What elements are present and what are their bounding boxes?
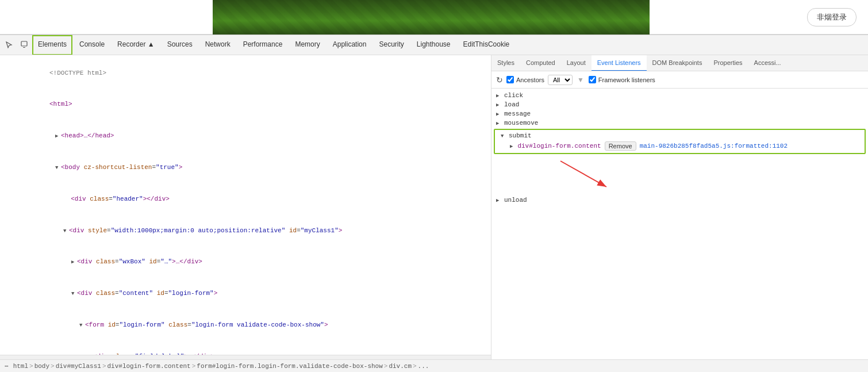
load-triangle — [496, 101, 502, 108]
devtools-main: <!DOCTYPE html> <html> <head>…</head> <b… — [0, 55, 868, 359]
click-triangle — [496, 92, 502, 99]
breadcrumb-myclass1[interactable]: div#myClass1 — [56, 363, 101, 370]
tab-memory[interactable]: Memory — [289, 35, 325, 55]
head-line[interactable]: <head>…</head> — [0, 121, 491, 152]
ancestors-checkbox[interactable] — [506, 76, 514, 83]
file-link[interactable]: main-9826b285f8fad5a5.js:formatted:1102 — [640, 143, 788, 149]
form-open[interactable]: <form id="login-form" class="login-form … — [0, 309, 491, 341]
red-arrow-svg — [526, 155, 641, 195]
event-message-header[interactable]: message — [491, 109, 868, 118]
devtools-toolbar: Elements Console Recorder ▲ Sources Netw… — [0, 35, 868, 55]
tab-recorder[interactable]: Recorder ▲ — [112, 35, 160, 55]
submit-triangle — [501, 132, 506, 139]
mousemove-triangle — [496, 120, 502, 126]
tab-computed[interactable]: Computed — [520, 55, 561, 71]
devtools-panel: Elements Console Recorder ▲ Sources Netw… — [0, 34, 868, 372]
event-load-header[interactable]: load — [491, 100, 868, 109]
tab-properties[interactable]: Properties — [708, 55, 748, 71]
red-arrow-area — [491, 155, 868, 195]
page-screenshot — [213, 0, 650, 34]
breadcrumb-login-form-content[interactable]: div#login-form.content — [107, 363, 190, 370]
tab-event-listeners[interactable]: Event Listeners — [592, 55, 647, 71]
event-unload: unload — [491, 195, 868, 205]
tab-network[interactable]: Network — [199, 35, 236, 55]
tab-elements[interactable]: Elements — [32, 35, 72, 55]
event-mousemove-header[interactable]: mousemove — [491, 118, 868, 128]
html-open: <html> — [0, 89, 491, 121]
event-listeners-toolbar: ↻ Ancestors All ▼ Framework listeners — [491, 71, 868, 89]
event-click: click — [491, 91, 868, 100]
tab-security[interactable]: Security — [373, 35, 409, 55]
elements-content[interactable]: <!DOCTYPE html> <html> <head>…</head> <b… — [0, 55, 491, 355]
tab-console[interactable]: Console — [74, 35, 110, 55]
breadcrumb-bar: ⋯ html > body > div#myClass1 > div#login… — [0, 359, 868, 372]
tab-dom-breakpoints[interactable]: DOM Breakpoints — [647, 55, 708, 71]
event-submit: submit ▶ div#login-form.content Remove m… — [491, 129, 868, 154]
device-icon[interactable] — [17, 38, 31, 52]
content-div-open[interactable]: <div class="content" id="login-form"> — [0, 278, 491, 309]
submit-selector: div#login-form.content — [517, 143, 601, 149]
event-listeners-content[interactable]: click load message — [491, 89, 868, 359]
svg-rect-0 — [21, 41, 27, 46]
field-label-1[interactable]: <div class="field-label">…</div> — [0, 341, 491, 355]
right-tabs: Styles Computed Layout Event Listeners D… — [491, 55, 868, 71]
mclass1-div[interactable]: <div style="width:1000px;margin:0 auto;p… — [0, 215, 491, 247]
ancestors-select[interactable]: All — [548, 75, 573, 85]
tab-sources[interactable]: Sources — [162, 35, 198, 55]
non-cgt-login-button[interactable]: 非烟登录 — [807, 8, 857, 26]
submit-detail: ▶ div#login-form.content Remove main-982… — [496, 140, 863, 152]
unload-triangle — [496, 197, 502, 204]
tab-layout[interactable]: Layout — [561, 55, 592, 71]
breadcrumb-body[interactable]: body — [34, 363, 49, 370]
tab-editthiscookie[interactable]: EditThisCookie — [458, 35, 516, 55]
message-triangle — [496, 110, 502, 117]
breadcrumb-divcm[interactable]: div.cm — [389, 363, 412, 370]
header-div[interactable]: <div class="header"></div> — [0, 183, 491, 215]
right-panel: Styles Computed Layout Event Listeners D… — [491, 55, 868, 359]
event-unload-header[interactable]: unload — [491, 195, 868, 205]
framework-listeners-label: Framework listeners — [589, 76, 655, 83]
remove-button[interactable]: Remove — [605, 141, 636, 151]
svg-rect-1 — [23, 47, 25, 48]
event-submit-header[interactable]: submit — [496, 131, 863, 140]
body-open[interactable]: <body cz-shortcut-listen="true"> — [0, 152, 491, 183]
doctype-line: <!DOCTYPE html> — [0, 57, 491, 89]
ancestors-checkbox-label: Ancestors — [506, 76, 544, 83]
event-click-header[interactable]: click — [491, 91, 868, 100]
breadcrumb-html[interactable]: html — [13, 363, 28, 370]
breadcrumb-dots: ⋯ — [5, 362, 9, 370]
breadcrumb-more[interactable]: ... — [418, 363, 429, 370]
event-load: load — [491, 100, 868, 109]
event-message: message — [491, 109, 868, 118]
tab-lighthouse[interactable]: Lighthouse — [411, 35, 456, 55]
tab-accessibility[interactable]: Accessi... — [748, 55, 787, 71]
tab-application[interactable]: Application — [327, 35, 372, 55]
framework-listeners-checkbox[interactable] — [589, 76, 596, 83]
browser-top: 非烟登录 — [0, 0, 868, 34]
elements-panel: <!DOCTYPE html> <html> <head>…</head> <b… — [0, 55, 491, 359]
breadcrumb-form[interactable]: form#login-form.login-form.validate-code… — [197, 363, 382, 370]
tab-performance[interactable]: Performance — [237, 35, 289, 55]
refresh-icon[interactable]: ↻ — [496, 75, 503, 85]
horizontal-scrollbar[interactable] — [0, 355, 491, 359]
tab-styles[interactable]: Styles — [491, 55, 520, 71]
event-mousemove: mousemove — [491, 118, 868, 128]
wxbox-div[interactable]: <div class="wxBox" id="…">…</div> — [0, 247, 491, 278]
cursor-icon[interactable] — [2, 38, 16, 52]
